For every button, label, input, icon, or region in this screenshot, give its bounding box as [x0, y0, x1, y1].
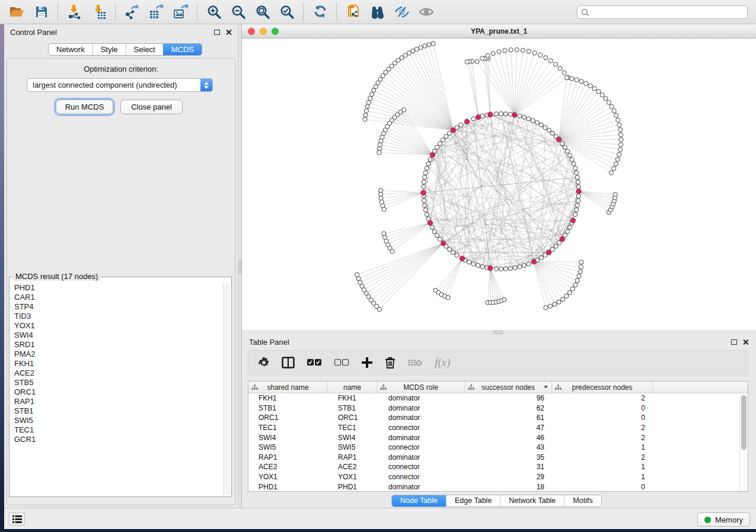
leaf-node[interactable] — [480, 56, 484, 60]
mcds-node[interactable] — [421, 190, 426, 196]
cell[interactable]: RAP1 — [248, 453, 328, 462]
mcds-node[interactable] — [487, 265, 493, 271]
leaf-node[interactable] — [612, 166, 616, 171]
mcds-node[interactable] — [560, 236, 565, 242]
mcds-node[interactable] — [531, 259, 537, 264]
cell[interactable]: TEC1 — [248, 424, 328, 432]
leaf-node[interactable] — [600, 93, 604, 97]
zoom-fit-icon[interactable] — [250, 1, 275, 23]
leaf-node[interactable] — [366, 100, 371, 104]
cell[interactable]: FKH1 — [248, 394, 328, 402]
leaf-node[interactable] — [575, 78, 579, 82]
network-node[interactable] — [527, 262, 531, 266]
network-node[interactable] — [518, 265, 522, 269]
table-row[interactable]: ACE2ACE2connector311 — [248, 462, 748, 472]
leaf-node[interactable] — [575, 278, 579, 283]
cell[interactable]: dominator — [377, 404, 465, 412]
mcds-result-item[interactable]: STP4 — [14, 302, 222, 312]
network-node[interactable] — [499, 111, 503, 116]
zoom-in-icon[interactable] — [202, 1, 226, 23]
leaf-node[interactable] — [612, 109, 616, 113]
network-node[interactable] — [423, 175, 427, 180]
leaf-node[interactable] — [491, 51, 495, 55]
leaf-node[interactable] — [579, 265, 583, 269]
column-header-MCDS-role[interactable]: MCDS role — [377, 382, 465, 393]
mcds-node[interactable] — [487, 112, 493, 117]
horizontal-splitter[interactable] — [242, 330, 756, 335]
mcds-result-item[interactable]: ORC1 — [14, 387, 222, 397]
cell[interactable]: 2 — [552, 424, 653, 432]
network-node[interactable] — [435, 233, 439, 238]
table-row[interactable]: SWI5SWI5connector431 — [248, 443, 748, 453]
leaf-node[interactable] — [613, 193, 617, 197]
open-file-icon[interactable] — [5, 1, 29, 23]
mcds-result-item[interactable]: PHD1 — [14, 283, 222, 293]
cell[interactable]: 61 — [465, 414, 552, 422]
mcds-node[interactable] — [441, 241, 446, 246]
network-node[interactable] — [563, 145, 567, 149]
cell[interactable]: YOX1 — [248, 473, 328, 481]
zoom-out-icon[interactable] — [226, 1, 250, 23]
table-row[interactable]: FKH1FKH1dominator962 — [248, 393, 748, 403]
mcds-result-item[interactable]: PMA2 — [14, 350, 222, 359]
leaf-node[interactable] — [363, 117, 367, 121]
cell[interactable]: 96 — [465, 394, 552, 402]
tab-motifs[interactable]: Motifs — [564, 495, 601, 507]
leaf-node[interactable] — [431, 41, 435, 46]
column-header-shared-name[interactable]: shared name — [248, 382, 328, 393]
cell[interactable]: 0 — [552, 483, 653, 491]
tab-style[interactable]: Style — [92, 44, 126, 55]
task-history-button[interactable] — [9, 512, 25, 525]
leaf-node[interactable] — [577, 274, 581, 278]
network-node[interactable] — [426, 162, 430, 166]
mcds-result-item[interactable]: SWI4 — [14, 331, 222, 340]
leaf-node[interactable] — [548, 59, 553, 63]
cell[interactable]: ACE2 — [328, 463, 377, 471]
cell[interactable]: STB1 — [248, 404, 328, 412]
network-node[interactable] — [513, 265, 517, 270]
table-row[interactable]: RAP1RAP1dominator352 — [248, 453, 748, 463]
import-network-icon[interactable] — [62, 1, 87, 23]
mcds-node[interactable] — [464, 119, 470, 124]
leaf-node[interactable] — [502, 297, 506, 302]
network-node[interactable] — [567, 153, 572, 158]
network-node[interactable] — [503, 112, 508, 116]
leaf-node[interactable] — [584, 81, 588, 85]
cell[interactable]: ORC1 — [248, 414, 328, 422]
leaf-node[interactable] — [553, 302, 557, 306]
network-node[interactable] — [543, 126, 547, 130]
tab-network[interactable]: Network — [49, 44, 92, 55]
network-node[interactable] — [503, 267, 508, 271]
cell[interactable]: dominator — [377, 483, 465, 491]
leaf-node[interactable] — [503, 49, 507, 53]
table-row[interactable]: YOX1YOX1connector291 — [248, 472, 748, 482]
leaf-node[interactable] — [390, 249, 394, 254]
table-row[interactable]: SWI4SWI4dominator462 — [248, 432, 748, 443]
leaf-node[interactable] — [614, 113, 618, 117]
leaf-node[interactable] — [619, 137, 623, 142]
mcds-result-item[interactable]: STB1 — [14, 406, 222, 416]
cell[interactable]: 62 — [465, 404, 552, 412]
cell[interactable]: dominator — [377, 453, 465, 462]
mcds-node[interactable] — [512, 113, 517, 118]
leaf-node[interactable] — [618, 143, 623, 147]
cell[interactable]: RAP1 — [328, 453, 377, 462]
memory-button[interactable]: Memory — [697, 512, 750, 527]
network-node[interactable] — [573, 166, 577, 170]
leaf-node[interactable] — [377, 307, 381, 312]
network-node[interactable] — [522, 115, 526, 119]
leaf-node[interactable] — [618, 148, 622, 152]
leaf-node[interactable] — [414, 47, 419, 51]
leaf-node[interactable] — [515, 47, 519, 52]
table-row[interactable]: TEC1TEC1connector472 — [248, 423, 748, 433]
cell[interactable]: 31 — [465, 463, 552, 471]
leaf-node[interactable] — [617, 152, 621, 156]
mcds-node[interactable] — [576, 189, 582, 194]
network-node[interactable] — [575, 171, 579, 175]
import-table-icon[interactable] — [87, 1, 111, 23]
leaf-node[interactable] — [497, 50, 501, 54]
leaf-node[interactable] — [427, 43, 431, 47]
network-node[interactable] — [575, 203, 579, 207]
vertical-splitter[interactable] — [238, 24, 242, 508]
leaf-node[interactable] — [604, 97, 608, 101]
